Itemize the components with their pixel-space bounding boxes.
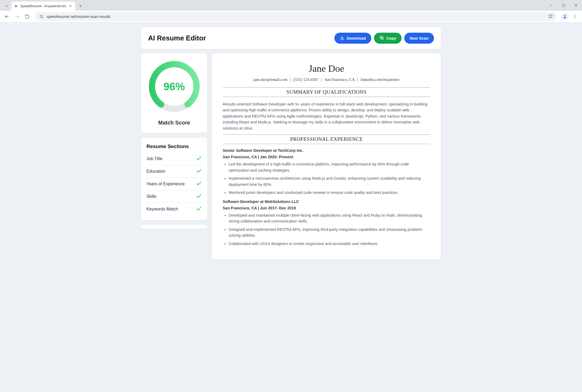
app-header: AI Resume Editor Download Copy [141, 27, 441, 49]
svg-point-14 [575, 15, 576, 16]
job-bullets: Developed and maintained multiple client… [223, 212, 430, 247]
url-text: speedresume.net/resume-scan-results [47, 14, 546, 19]
match-score-card: 96% Match Score [141, 53, 207, 133]
resume-contact-line: jane.doe@email.com | (555) 123-4567 | Sa… [223, 77, 430, 82]
forward-button[interactable] [13, 12, 21, 21]
back-button[interactable] [3, 12, 11, 21]
check-icon [196, 168, 202, 175]
check-icon [196, 206, 202, 213]
job-bullet: Designed and implemented RESTful APIs, i… [229, 227, 430, 239]
resume-email: jane.doe@email.com [254, 77, 288, 82]
job-title: Software Developer at WebSolutions LLC [223, 199, 430, 204]
new-scan-label: New Scan [410, 36, 429, 40]
browser-toolbar: speedresume.net/resume-scan-results [0, 11, 582, 22]
resume-preview: Jane Doe jane.doe@email.com | (555) 123-… [212, 53, 441, 259]
close-icon[interactable]: ✕ [68, 4, 73, 8]
job-meta: San Francisco, CA | Jan 2020- Present [223, 155, 430, 159]
address-bar[interactable]: speedresume.net/resume-scan-results [35, 12, 557, 21]
svg-marker-12 [549, 14, 553, 18]
section-row: Years of Experience [146, 178, 202, 190]
score-value: 96% [148, 60, 201, 113]
section-label: Job Title [146, 156, 162, 161]
site-settings-icon[interactable] [39, 14, 44, 19]
check-icon [196, 180, 202, 187]
section-label: Education [146, 169, 165, 174]
copy-label: Copy [386, 36, 396, 40]
section-row: Education [146, 165, 202, 178]
window-close-button[interactable] [570, 0, 582, 11]
svg-point-16 [575, 17, 576, 18]
resume-location: San Francisco, CA [324, 77, 354, 82]
section-label: Skills [146, 194, 156, 199]
resume-name: Jane Doe [223, 63, 430, 74]
resume-sections-card: Resume Sections Job TitleEducationYears … [141, 138, 207, 220]
section-label: Keywords Match [146, 207, 178, 212]
download-label: Download [347, 36, 366, 40]
svg-point-6 [40, 15, 41, 16]
profile-button[interactable] [561, 12, 569, 21]
bookmark-star-icon[interactable] [548, 14, 553, 19]
svg-point-9 [42, 17, 43, 18]
job-meta: San Francisco, CA | Jun 2017- Dec 2019 [223, 206, 430, 210]
window-maximize-button[interactable] [557, 0, 570, 11]
browser-menu-button[interactable] [571, 12, 579, 21]
section-row: Job Title [146, 153, 202, 165]
experience-heading: PROFESSIONAL EXPERIENCE [223, 134, 430, 144]
resume-linkedin: linkedin.com/in/janedoe [361, 77, 399, 82]
svg-point-15 [575, 16, 576, 17]
resume-phone: (555) 123-4567 [293, 77, 319, 82]
download-button[interactable]: Download [334, 33, 371, 44]
job-bullet: Led the development of a high-traffic e-… [229, 161, 430, 173]
job-bullet: Developed and maintained multiple client… [229, 212, 430, 224]
new-tab-button[interactable]: + [77, 2, 84, 10]
browser-tab-strip: SpeedResume - AI-powered res ✕ + [0, 0, 582, 11]
section-row: Skills [146, 190, 202, 203]
download-icon [340, 35, 345, 41]
section-label: Years of Experience [146, 182, 185, 186]
page-title: AI Resume Editor [148, 34, 206, 42]
sections-title: Resume Sections [146, 144, 202, 149]
next-card-peek [141, 225, 207, 229]
svg-point-13 [564, 15, 565, 16]
copy-button[interactable]: Copy [374, 33, 402, 44]
page-viewport[interactable]: AI Resume Editor Download Copy [0, 22, 582, 392]
check-icon [196, 193, 202, 200]
section-row: Keywords Match [146, 203, 202, 215]
reload-button[interactable] [23, 12, 32, 21]
svg-rect-1 [562, 4, 565, 6]
summary-heading: SUMMARY OF QUALIFICATIONS [223, 87, 430, 97]
summary-text: Results-oriented Software Developer with… [223, 101, 430, 131]
job-title: Senior Software Developer at TechCorp In… [223, 148, 430, 153]
job-bullet: Implemented a microservices architecture… [229, 175, 430, 187]
tab-title: SpeedResume - AI-powered res [20, 4, 66, 8]
bolt-icon [14, 4, 18, 8]
job-bullet: Mentored junior developers and conducted… [229, 190, 430, 195]
copy-icon [379, 35, 384, 41]
score-gauge: 96% [148, 60, 201, 113]
browser-tab[interactable]: SpeedResume - AI-powered res ✕ [11, 2, 75, 11]
tab-search-dropdown[interactable] [2, 2, 11, 11]
job-bullet: Collaborated with UX/UI designers to cre… [229, 241, 430, 247]
score-label: Match Score [146, 120, 202, 126]
window-minimize-button[interactable] [545, 0, 557, 11]
job-bullets: Led the development of a high-traffic e-… [223, 161, 430, 195]
check-icon [196, 155, 202, 162]
new-scan-button[interactable]: New Scan [404, 33, 434, 44]
